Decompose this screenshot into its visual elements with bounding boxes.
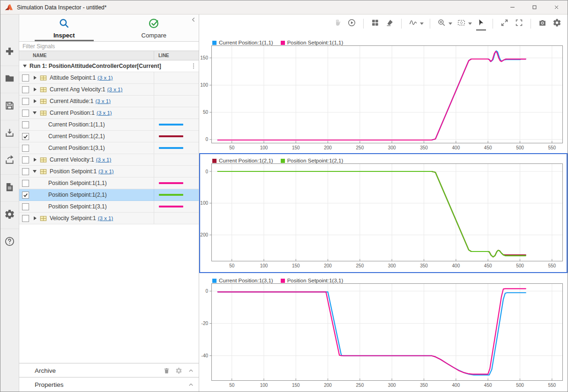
trash-icon[interactable] — [163, 367, 170, 374]
signal-checkbox[interactable] — [22, 133, 29, 140]
svg-text:-20: -20 — [202, 321, 209, 326]
line-cell — [154, 201, 199, 212]
eraser-button[interactable] — [384, 17, 396, 30]
export-button[interactable] — [0, 147, 19, 174]
signal-tree-row[interactable]: Current Velocity:1(3 x 1) — [19, 154, 199, 166]
plot-canvas[interactable]: 501001502002503003504004505005500-20-40 — [199, 283, 567, 391]
camera-button[interactable] — [537, 17, 548, 30]
signal-tree-row[interactable]: Current Attitude:1(3 x 1) — [19, 96, 199, 107]
svg-text:500: 500 — [516, 383, 524, 388]
signal-checkbox[interactable] — [22, 156, 29, 163]
folder-open-button[interactable] — [0, 66, 19, 93]
svg-text:50: 50 — [203, 110, 209, 115]
collapse-left-icon[interactable] — [190, 16, 197, 23]
chevron-up-icon[interactable] — [187, 381, 194, 388]
plot-canvas[interactable]: 501001502002503003504004505005500-100-20… — [199, 163, 567, 271]
report-button[interactable] — [0, 174, 19, 201]
signal-wave-button[interactable] — [407, 17, 419, 30]
dimensions-link[interactable]: (3 x 1) — [98, 169, 114, 174]
gear-small-icon[interactable] — [175, 367, 182, 374]
expand-arrow-icon[interactable] — [34, 88, 37, 91]
simulation-data-inspector-window: Simulation Data Inspector - untitled* In… — [0, 0, 568, 392]
dimensions-link[interactable]: (3 x 1) — [95, 98, 111, 104]
dimensions-link[interactable]: (3 x 1) — [97, 75, 113, 81]
matrix-icon — [40, 156, 47, 163]
kebab-menu-icon[interactable] — [190, 62, 197, 70]
signal-tree-row[interactable]: Position Setpoint:1(2,1) — [19, 189, 199, 201]
dimensions-link[interactable]: (3 x 1) — [107, 87, 123, 92]
properties-bar[interactable]: Properties — [19, 377, 199, 392]
signal-checkbox[interactable] — [22, 86, 29, 93]
signal-tree-row[interactable]: Current Position:1(1,1) — [19, 119, 199, 131]
replay-button[interactable] — [346, 17, 358, 30]
tab-compare[interactable]: Compare — [109, 15, 199, 41]
minimize-button[interactable] — [501, 0, 523, 14]
expand-button[interactable] — [499, 17, 510, 30]
svg-text:350: 350 — [420, 145, 428, 150]
signal-tree-row[interactable]: Current Ang Velocity:1(3 x 1) — [19, 84, 199, 96]
svg-text:550: 550 — [548, 263, 556, 268]
zoom-in-button[interactable] — [436, 17, 448, 30]
dimensions-link[interactable]: (3 x 1) — [98, 215, 113, 221]
signal-checkbox[interactable] — [22, 203, 29, 210]
signal-checkbox[interactable] — [22, 110, 29, 117]
signal-tree-row[interactable]: Current Position:1(2,1) — [19, 131, 199, 142]
caret-down-icon[interactable] — [419, 17, 424, 30]
signal-tree-row[interactable]: Current Position:1(3 x 1) — [19, 107, 199, 119]
plot-canvas[interactable]: 5010015020025030035040045050055005010015… — [199, 45, 567, 153]
preferences-button[interactable] — [0, 201, 19, 229]
signal-checkbox[interactable] — [22, 121, 29, 128]
subplot-2-selected[interactable]: Current Position:1(2,1)Position Setpoint… — [199, 153, 568, 273]
filter-signals-input[interactable] — [19, 41, 199, 51]
signal-checkbox[interactable] — [22, 192, 29, 199]
import-icon — [4, 127, 15, 140]
signal-checkbox[interactable] — [22, 145, 29, 152]
header-line-column: LINE — [154, 51, 199, 60]
import-button[interactable] — [0, 120, 19, 147]
subplot-1[interactable]: Current Position:1(1,1)Position Setpoint… — [199, 35, 568, 153]
close-button[interactable] — [546, 0, 568, 14]
signal-checkbox[interactable] — [22, 180, 29, 187]
properties-actions — [187, 381, 194, 388]
signal-tree-row[interactable]: Position Setpoint:1(3,1) — [19, 201, 199, 213]
signal-tree-row[interactable]: Position Setpoint:1(1,1) — [19, 178, 199, 189]
expand-arrow-icon[interactable] — [34, 76, 37, 80]
maximize-button[interactable] — [523, 0, 546, 14]
chevron-up-icon[interactable] — [187, 367, 194, 374]
layout-grid-button[interactable] — [369, 17, 381, 30]
collapse-arrow-icon[interactable] — [33, 170, 37, 173]
dimensions-link[interactable]: (3 x 1) — [97, 110, 112, 116]
strip-spacer — [0, 15, 19, 39]
collapse-arrow-icon[interactable] — [33, 111, 37, 114]
signal-tree-row[interactable]: Position Setpoint:1(3 x 1) — [19, 166, 199, 178]
archive-bar[interactable]: Archive — [19, 363, 199, 377]
signal-tree-row[interactable]: Velocity Setpoint:1(3 x 1) — [19, 213, 199, 224]
signal-checkbox[interactable] — [22, 168, 29, 175]
save-button[interactable] — [0, 93, 19, 120]
header-checkbox-column — [19, 51, 30, 60]
fit-view-button[interactable] — [456, 17, 467, 30]
collapse-arrow-icon[interactable] — [23, 65, 27, 67]
plus-button[interactable] — [0, 39, 19, 66]
signal-checkbox[interactable] — [22, 215, 29, 222]
fullscreen-button[interactable] — [513, 17, 525, 30]
signal-tree-row[interactable]: Current Position:1(3,1) — [19, 142, 199, 154]
help-button[interactable] — [0, 229, 19, 256]
line-style-swatch — [159, 206, 183, 207]
run-row[interactable]: Run 1: PositionAttitudeControllerCopter[… — [19, 60, 199, 72]
left-icon-toolbar — [0, 15, 19, 392]
preferences-icon — [4, 209, 15, 222]
signal-tree-row[interactable]: Attitude Setpoint:1(3 x 1) — [19, 72, 199, 84]
signal-checkbox[interactable] — [22, 98, 29, 105]
cursor-arrow-button[interactable] — [475, 17, 487, 30]
expand-arrow-icon[interactable] — [34, 99, 37, 103]
caret-down-icon[interactable] — [448, 17, 453, 30]
dimensions-link[interactable]: (3 x 1) — [96, 157, 112, 163]
caret-down-icon[interactable] — [468, 17, 472, 30]
signal-checkbox[interactable] — [22, 74, 29, 81]
tab-inspect[interactable]: Inspect — [19, 15, 109, 41]
settings-gear-button[interactable] — [551, 17, 563, 30]
expand-arrow-icon[interactable] — [34, 158, 37, 162]
expand-arrow-icon[interactable] — [34, 216, 37, 220]
subplot-3[interactable]: Current Position:1(3,1)Position Setpoint… — [199, 273, 568, 391]
